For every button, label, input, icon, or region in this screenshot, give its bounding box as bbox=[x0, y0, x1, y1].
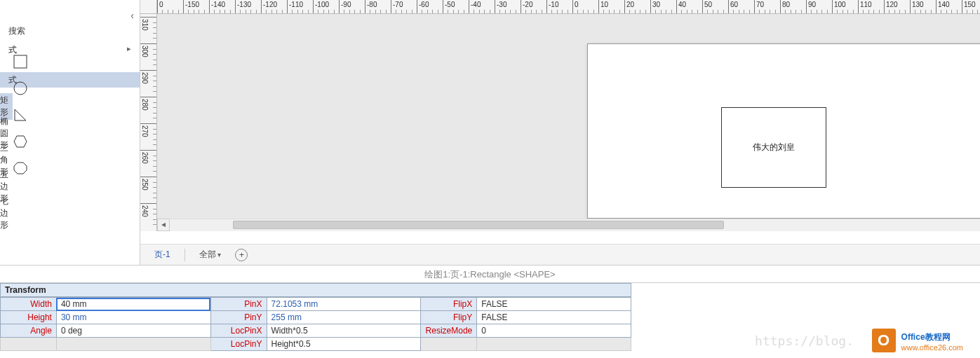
ruler-corner bbox=[140, 0, 157, 14]
cell-angle[interactable]: 0 deg bbox=[56, 324, 210, 338]
shapes-panel: ‹ 搜索 式▸ 式 矩形 正方形 椭圆形 圆形 三角形 bbox=[0, 0, 140, 265]
logo-url: www.office26.com bbox=[901, 343, 963, 352]
label-locpiny: LocPinY bbox=[210, 338, 267, 351]
chevron-right-icon: ▸ bbox=[127, 44, 131, 53]
shape-text: 伟大的刘皇 bbox=[753, 142, 795, 153]
label-piny: PinY bbox=[210, 311, 267, 324]
empty-cell bbox=[477, 338, 631, 351]
transform-table: Width 40 mm PinX 72.1053 mm FlipX FALSE … bbox=[0, 297, 631, 351]
cell-locpiny[interactable]: Height*0.5 bbox=[267, 338, 421, 351]
watermark-url: https://blog. bbox=[755, 333, 854, 348]
logo-title: Office教程网 bbox=[901, 330, 963, 343]
shapesheet-title: 绘图1:页-1:Rectangle <SHAPE> bbox=[0, 265, 980, 283]
transform-header[interactable]: Transform bbox=[0, 283, 631, 297]
label-height: Height bbox=[1, 311, 57, 324]
cell-piny[interactable]: 255 mm bbox=[267, 311, 421, 324]
empty-cell bbox=[56, 338, 210, 351]
cell-flipy[interactable]: FALSE bbox=[477, 311, 631, 324]
label-angle: Angle bbox=[1, 324, 57, 338]
cell-resizemode[interactable]: 0 bbox=[477, 324, 631, 338]
tab-separator bbox=[184, 249, 185, 261]
vertical-ruler[interactable]: 310300290280270260250240 bbox=[140, 14, 157, 231]
scroll-left-button[interactable]: ◂ bbox=[157, 219, 170, 231]
label-flipx: FlipX bbox=[421, 298, 477, 311]
empty-cell bbox=[1, 338, 57, 351]
label-pinx: PinX bbox=[210, 298, 267, 311]
page-tab-bar: 页-1 全部 + bbox=[140, 244, 980, 265]
label-resizemode: ResizeMode bbox=[421, 324, 477, 338]
empty-cell bbox=[421, 338, 477, 351]
search-label[interactable]: 搜索 bbox=[0, 0, 140, 43]
collapse-panel-button[interactable]: ‹ bbox=[130, 10, 134, 21]
scrollbar-thumb[interactable] bbox=[233, 221, 724, 229]
label-width: Width bbox=[1, 298, 57, 311]
cell-width[interactable]: 40 mm bbox=[56, 298, 210, 311]
drawing-page[interactable]: 伟大的刘皇 bbox=[587, 43, 980, 219]
svg-point-1 bbox=[14, 82, 27, 95]
label-flipy: FlipY bbox=[421, 311, 477, 324]
label-locpinx: LocPinX bbox=[210, 324, 267, 338]
watermark-logo: O Office教程网 www.office26.com bbox=[872, 329, 963, 352]
drawing-canvas[interactable]: 伟大的刘皇 ◂ bbox=[157, 14, 980, 231]
horizontal-scrollbar[interactable] bbox=[170, 219, 980, 231]
cell-pinx[interactable]: 72.1053 mm bbox=[267, 298, 421, 311]
shape-heptagon[interactable]: 七边形 bbox=[0, 200, 13, 226]
cell-flipx[interactable]: FALSE bbox=[477, 298, 631, 311]
shape-rectangle-instance[interactable]: 伟大的刘皇 bbox=[721, 107, 826, 188]
cell-height[interactable]: 30 mm bbox=[56, 311, 210, 324]
add-page-button[interactable]: + bbox=[235, 249, 248, 261]
tab-all-dropdown[interactable]: 全部 bbox=[199, 249, 222, 261]
horizontal-ruler[interactable]: 0-150-140-130-120-110-100-90-80-70-60-50… bbox=[157, 0, 980, 14]
logo-icon: O bbox=[872, 329, 896, 352]
tab-page-1[interactable]: 页-1 bbox=[154, 249, 170, 261]
svg-rect-0 bbox=[14, 55, 27, 68]
cell-locpinx[interactable]: Width*0.5 bbox=[267, 324, 421, 338]
